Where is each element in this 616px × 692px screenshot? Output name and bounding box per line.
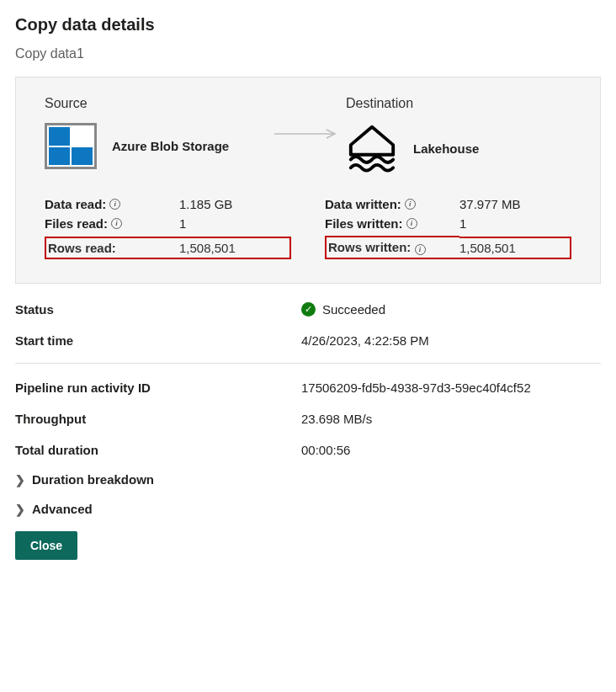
info-icon[interactable]: i: [111, 218, 122, 229]
rows-read-label: Rows read:: [45, 237, 179, 259]
data-read-label: Data read: i: [45, 197, 179, 211]
source-section-label: Source: [45, 96, 270, 111]
advanced-expander[interactable]: ❯ Advanced: [15, 502, 601, 516]
start-time-value: 4/26/2023, 4:22:58 PM: [301, 333, 601, 348]
page-title: Copy data details: [15, 15, 601, 35]
rows-written-value: 1,508,501: [459, 237, 571, 259]
section-divider: [15, 363, 601, 364]
pipeline-id-value: 17506209-fd5b-4938-97d3-59ec40f4cf52: [301, 381, 601, 395]
rows-read-value: 1,508,501: [179, 237, 291, 259]
succeeded-check-icon: ✓: [301, 302, 316, 317]
data-read-value: 1.185 GB: [179, 197, 291, 211]
files-read-label: Files read: i: [45, 216, 179, 231]
source-stats: Data read: i 1.185 GB Files read: i 1 Ro…: [45, 197, 291, 259]
chevron-right-icon: ❯: [15, 503, 25, 516]
info-icon[interactable]: i: [415, 244, 426, 255]
status-value: ✓ Succeeded: [301, 302, 601, 317]
rows-written-label: Rows written: i: [325, 236, 459, 259]
destination-name: Lakehouse: [413, 141, 479, 156]
info-icon[interactable]: i: [405, 199, 416, 210]
throughput-value: 23.698 MB/s: [301, 412, 601, 426]
files-read-value: 1: [179, 216, 291, 231]
status-label: Status: [15, 302, 301, 317]
copy-summary-card: Source Azure Blob Storage Destination: [15, 77, 601, 284]
throughput-label: Throughput: [15, 412, 301, 426]
destination-stats: Data written: i 37.977 MB Files written:…: [325, 197, 571, 259]
files-written-value: 1: [459, 216, 571, 231]
files-written-label: Files written: i: [325, 216, 459, 231]
info-icon[interactable]: i: [109, 199, 120, 210]
info-icon[interactable]: i: [406, 218, 417, 229]
destination-column: Destination Lakehouse: [346, 96, 571, 173]
pipeline-id-label: Pipeline run activity ID: [15, 381, 301, 395]
arrow-icon: [270, 128, 346, 140]
azure-blob-storage-icon: [45, 123, 97, 169]
total-duration-label: Total duration: [15, 443, 301, 457]
total-duration-value: 00:00:56: [301, 443, 601, 457]
start-time-label: Start time: [15, 333, 301, 348]
activity-subtitle: Copy data1: [15, 46, 601, 61]
chevron-right-icon: ❯: [15, 473, 25, 487]
close-button[interactable]: Close: [15, 531, 77, 560]
duration-breakdown-expander[interactable]: ❯ Duration breakdown: [15, 472, 601, 487]
source-column: Source Azure Blob Storage: [45, 96, 270, 169]
source-name: Azure Blob Storage: [112, 139, 229, 153]
destination-section-label: Destination: [346, 96, 571, 111]
lakehouse-icon: [346, 123, 398, 173]
data-written-value: 37.977 MB: [459, 197, 571, 211]
data-written-label: Data written: i: [325, 197, 459, 211]
